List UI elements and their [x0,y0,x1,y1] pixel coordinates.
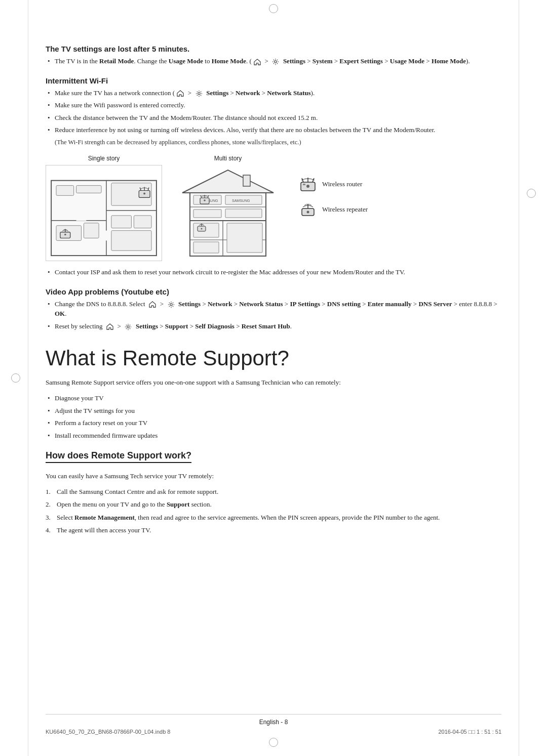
home-icon-4 [106,323,113,330]
remote-support-item-4: Install recommended firmware updates [46,431,501,441]
multi-story-label: Multi story [214,155,242,162]
svg-point-23 [64,234,66,236]
svg-rect-27 [243,175,250,186]
svg-line-49 [302,178,303,182]
video-app-heading: Video App problems (Youtube etc) [46,287,501,296]
legend-repeater-label: Wireless repeater [322,205,368,214]
how-remote-heading: How does Remote Support work? [46,450,191,463]
footer-left: KU6640_50_70_ZG_BN68-07866P-00_L04.indb … [46,729,170,735]
how-remote-steps: 1. Call the Samsung Contact Centre and a… [46,487,501,535]
how-remote-intro: You can easily have a Samsung Tech servi… [46,471,501,482]
remote-support-list: Diagnose your TV Adjust the TV settings … [46,393,501,440]
home-icon-2 [177,90,184,97]
wifi-item-1: Make sure the TV has a network connectio… [46,88,501,98]
gear-icon-4 [125,323,132,330]
svg-rect-32 [193,242,219,253]
single-story-block: Single story [46,155,162,261]
svg-marker-26 [182,170,274,193]
home-icon [254,59,261,65]
svg-point-52 [306,185,309,188]
tv-settings-section: The TV settings are lost after 5 minutes… [46,45,501,66]
legend-router-icon [299,175,317,193]
how-remote-step-1: 1. Call the Samsung Contact Centre and a… [46,487,501,497]
right-margin-line [519,0,519,756]
remote-support-section: What is Remote Support? Samsung Remote S… [46,346,501,440]
svg-rect-35 [193,209,221,218]
tv-settings-list: The TV is in the Retail Mode. Change the… [46,56,501,66]
diagrams-row: Single story [46,155,501,261]
legend-repeater-icon [299,200,317,219]
wifi-note: (The Wi-Fi strength can be decreased by … [46,138,501,147]
single-story-label: Single story [88,155,120,162]
remote-support-heading: What is Remote Support? [46,346,501,370]
video-app-list: Change the DNS to 8.8.8.8. Select > Sett… [46,299,501,331]
svg-rect-37 [225,209,262,218]
bottom-binding-circle [269,738,278,747]
svg-rect-8 [56,186,74,196]
svg-rect-14 [134,216,151,228]
svg-rect-11 [84,223,99,238]
svg-point-20 [143,193,145,195]
svg-rect-53 [303,184,305,185]
wifi-item-3: Check the distance between the TV and th… [46,113,501,123]
svg-point-1 [198,92,200,94]
wifi-heading: Intermittent Wi-Fi [46,76,501,85]
svg-line-51 [312,178,314,182]
legend-router: Wireless router [299,175,368,193]
footer-right: 2016-04-05 □□ 1 : 51 : 51 [438,729,501,735]
left-binding-circle [11,373,20,383]
svg-rect-15 [111,231,151,251]
svg-rect-13 [111,216,132,228]
wifi-item-4: Reduce interference by not using or turn… [46,125,501,135]
svg-point-56 [307,211,309,214]
video-app-item-1: Change the DNS to 8.8.8.8. Select > Sett… [46,299,501,319]
gear-icon [272,58,279,65]
remote-support-intro: Samsung Remote Support service offers yo… [46,377,501,388]
home-icon-3 [149,301,156,308]
top-binding-circle [269,4,278,13]
page-number: English - 8 [259,719,288,726]
multi-story-block: Multi story [172,155,284,261]
svg-rect-33 [227,223,262,253]
router-icon-single [139,187,150,198]
remote-support-item-1: Diagnose your TV [46,393,501,403]
wifi-section: Intermittent Wi-Fi Make sure the TV has … [46,76,501,277]
legend-router-label: Wireless router [322,180,362,188]
svg-text:SAMSUNG: SAMSUNG [232,199,250,202]
wifi-contact-list: Contact your ISP and ask them to reset y… [46,267,501,277]
svg-point-47 [201,228,203,230]
video-app-section: Video App problems (Youtube etc) Change … [46,287,501,331]
svg-point-44 [204,199,206,201]
svg-rect-9 [76,186,101,193]
how-remote-step-2: 2. Open the menu on your TV and go to th… [46,499,501,510]
tv-settings-item: The TV is in the Retail Mode. Change the… [46,56,501,66]
legend-repeater: Wireless repeater [299,200,368,219]
left-margin-line [28,0,28,756]
how-remote-step-4: 4. The agent will then access your TV. [46,525,501,535]
tv-settings-heading: The TV settings are lost after 5 minutes… [46,45,501,53]
legend-block: Wireless router Wireless repeater [294,155,368,219]
gear-icon-2 [196,90,203,97]
svg-point-0 [275,61,277,63]
remote-support-item-2: Adjust the TV settings for you [46,406,501,416]
multi-story-svg: SAMSUNG SAMSUNG [172,165,284,261]
footer: KU6640_50_70_ZG_BN68-07866P-00_L04.indb … [46,729,501,735]
wifi-list: Make sure the TV has a network connectio… [46,88,501,135]
svg-point-58 [127,326,129,328]
video-app-item-2: Reset by selecting > Settings > Support … [46,321,501,331]
wifi-contact-item: Contact your ISP and ask them to reset y… [46,267,501,277]
how-remote-step-3: 3. Select Remote Management, then read a… [46,513,501,523]
right-binding-circle [527,189,536,198]
page: The TV settings are lost after 5 minutes… [0,0,547,756]
wifi-item-2: Make sure the Wifi password is entered c… [46,100,501,110]
how-remote-section: How does Remote Support work? You can ea… [46,450,501,535]
single-story-svg [46,165,162,261]
remote-support-item-3: Perform a factory reset on your TV [46,418,501,428]
gear-icon-3 [168,301,175,308]
svg-point-57 [170,304,172,306]
page-number-bar: English - 8 [46,714,501,726]
